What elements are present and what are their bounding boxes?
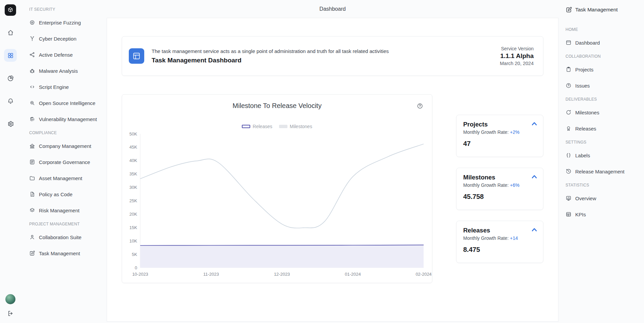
braces-icon bbox=[566, 152, 572, 158]
section-home: HOME Dashboard bbox=[566, 27, 641, 47]
content-row: Milestone To Release Velocity Releases M… bbox=[122, 94, 543, 283]
gear-icon bbox=[7, 120, 14, 127]
svg-text:50K: 50K bbox=[129, 131, 137, 137]
svg-text:12-2023: 12-2023 bbox=[274, 272, 290, 277]
pie-chart-icon-button[interactable] bbox=[4, 72, 17, 85]
main-panel: The task management service acts as a si… bbox=[107, 18, 558, 322]
section-title: COLLABORATION bbox=[566, 54, 641, 59]
chart-screen-icon bbox=[566, 195, 572, 201]
sidebar-item-asset-management[interactable]: Asset Management bbox=[29, 173, 104, 183]
home-icon-button[interactable] bbox=[4, 26, 17, 39]
sidebar-item-collaboration-suite[interactable]: Collaboration Suite bbox=[29, 232, 104, 242]
section-project-management: PROJECT MANAGEMENT Collaboration Suite T… bbox=[29, 222, 104, 258]
nav-item-issues[interactable]: Issues bbox=[566, 81, 641, 90]
section-title: STATISTICS bbox=[566, 183, 641, 187]
edit-square-icon bbox=[566, 6, 572, 13]
sidebar-item-script-engine[interactable]: Script Engine bbox=[29, 82, 104, 92]
section-title: PROJECT MANAGEMENT bbox=[29, 222, 104, 226]
section-statistics: STATISTICS Overview KPIs bbox=[566, 183, 641, 219]
sidebar-item-enterprise-fuzzing[interactable]: Enterprise Fuzzing bbox=[29, 18, 104, 27]
hero-description: The task management service acts as a si… bbox=[152, 48, 389, 54]
window-icon bbox=[566, 40, 572, 46]
pie-chart-icon bbox=[7, 75, 14, 82]
stat-card-releases: Releases Monthly Growth Rate: +14 8.475 bbox=[456, 221, 543, 263]
nav-item-projects[interactable]: Projects bbox=[566, 65, 641, 74]
main-column: Dashboard The task management service ac… bbox=[107, 0, 558, 323]
network-icon bbox=[29, 52, 35, 58]
line-chart: 05K10K15K20K25K30K35K40K45K50K10-202311-… bbox=[127, 129, 433, 277]
code-icon bbox=[29, 84, 35, 90]
user-avatar[interactable] bbox=[5, 294, 15, 304]
header-card: The task management service acts as a si… bbox=[122, 36, 543, 76]
nav-item-release-management[interactable]: Release Management bbox=[566, 167, 641, 176]
sidebar-item-vulnerability-management[interactable]: Vulnerability Management bbox=[29, 114, 104, 124]
sidebar-item-policy-as-code[interactable]: Policy as Code bbox=[29, 190, 104, 199]
stat-value: 47 bbox=[463, 140, 536, 148]
svg-text:25K: 25K bbox=[129, 198, 137, 203]
app-switcher-task-management[interactable]: Task Management bbox=[566, 6, 641, 14]
section-settings: SETTINGS Labels Release Management bbox=[566, 140, 641, 176]
sidebar-item-corporate-governance[interactable]: Corporate Governance bbox=[29, 157, 104, 167]
right-sidebar: Task Management HOME Dashboard COLLABORA… bbox=[558, 0, 644, 323]
hero-text: The task management service acts as a si… bbox=[152, 48, 389, 64]
sidebar-item-active-defense[interactable]: Active Defense bbox=[29, 50, 104, 59]
chart-legend: Releases Milestones bbox=[122, 124, 432, 129]
app-root: IT SECURITY Enterprise Fuzzing Cyber Dec… bbox=[0, 0, 644, 323]
nav-item-releases[interactable]: Releases bbox=[566, 124, 641, 133]
sidebar-item-cyber-deception[interactable]: Cyber Deception bbox=[29, 34, 104, 43]
help-circle-icon bbox=[417, 103, 423, 109]
bank-icon bbox=[29, 143, 35, 149]
slingshot-icon bbox=[29, 36, 35, 42]
svg-text:10-2023: 10-2023 bbox=[132, 272, 148, 277]
notifications-bell-icon-button[interactable] bbox=[4, 95, 17, 107]
svg-text:11-2023: 11-2023 bbox=[203, 272, 219, 277]
sidebar-item-task-management[interactable]: Task Management bbox=[29, 249, 104, 258]
growth-rate: Monthly Growth Rate: +2% bbox=[463, 129, 536, 135]
nav-item-overview[interactable]: Overview bbox=[566, 194, 641, 203]
apps-grid-icon-button[interactable] bbox=[4, 49, 17, 62]
svg-text:40K: 40K bbox=[129, 158, 137, 163]
app-logo[interactable] bbox=[5, 4, 16, 16]
hero-app-icon bbox=[129, 48, 144, 64]
left-sidebar: IT SECURITY Enterprise Fuzzing Cyber Dec… bbox=[21, 0, 107, 323]
document-check-icon bbox=[29, 191, 35, 197]
legend-swatch-releases bbox=[242, 125, 250, 128]
page-title: Dashboard bbox=[319, 6, 345, 12]
svg-text:5K: 5K bbox=[132, 252, 137, 257]
nav-item-labels[interactable]: Labels bbox=[566, 151, 641, 160]
section-title: COMPLIANCE bbox=[29, 130, 104, 135]
layers-icon bbox=[29, 207, 35, 213]
svg-text:20K: 20K bbox=[129, 212, 137, 217]
svg-text:15K: 15K bbox=[129, 225, 137, 230]
logout-icon-button[interactable] bbox=[4, 307, 17, 320]
collapse-milestones-button[interactable] bbox=[530, 172, 539, 182]
svg-text:02-2024: 02-2024 bbox=[416, 272, 432, 277]
stat-card-projects: Projects Monthly Growth Rate: +2% 47 bbox=[456, 115, 543, 157]
medal-icon bbox=[566, 125, 572, 131]
bug-icon bbox=[29, 68, 35, 74]
sidebar-item-risk-management[interactable]: Risk Management bbox=[29, 206, 104, 215]
nav-item-kpis[interactable]: KPIs bbox=[566, 210, 641, 219]
chevron-up-icon bbox=[530, 225, 539, 234]
chevron-up-icon bbox=[530, 119, 539, 128]
sidebar-item-malware-analysis[interactable]: Malware Analysis bbox=[29, 66, 104, 75]
section-title: IT SECURITY bbox=[29, 7, 104, 12]
nav-item-dashboard[interactable]: Dashboard bbox=[566, 38, 641, 47]
sidebar-item-company-management[interactable]: Company Management bbox=[29, 141, 104, 151]
section-compliance: COMPLIANCE Company Management Corporate … bbox=[29, 130, 104, 215]
stat-card-milestones: Milestones Monthly Growth Rate: +6% 45.7… bbox=[456, 168, 543, 210]
nav-item-milestones[interactable]: Milestones bbox=[566, 108, 641, 117]
legend-item-milestones[interactable]: Milestones bbox=[279, 124, 312, 129]
collapse-releases-button[interactable] bbox=[530, 225, 539, 235]
history-icon bbox=[566, 168, 572, 174]
settings-gear-icon-button[interactable] bbox=[4, 117, 17, 130]
svg-text:0: 0 bbox=[135, 265, 137, 270]
sidebar-item-open-source-intelligence[interactable]: Open Source Intelligence bbox=[29, 98, 104, 108]
legend-item-releases[interactable]: Releases bbox=[242, 124, 272, 129]
svg-text:35K: 35K bbox=[129, 171, 137, 176]
collapse-projects-button[interactable] bbox=[530, 119, 539, 129]
svg-text:45K: 45K bbox=[129, 145, 137, 150]
chart-help-button[interactable] bbox=[417, 103, 423, 109]
section-title: DELIVERABLES bbox=[566, 97, 641, 102]
growth-rate: Monthly Growth Rate: +6% bbox=[463, 182, 536, 188]
